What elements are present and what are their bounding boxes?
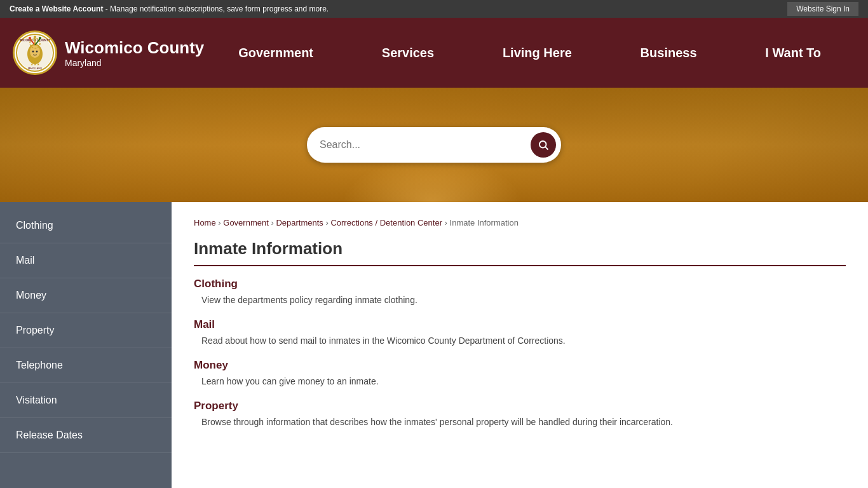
sidebar-item-release-dates[interactable]: Release Dates: [0, 418, 172, 453]
top-bar: Create a Website Account - Manage notifi…: [0, 0, 868, 18]
section-property: Property Browse through information that…: [194, 400, 846, 429]
nav-government[interactable]: Government: [226, 18, 326, 88]
section-mail-desc: Read about how to send mail to inmates i…: [194, 334, 846, 348]
breadcrumb-departments[interactable]: Departments: [276, 218, 323, 227]
svg-point-13: [36, 51, 38, 53]
svg-point-9: [29, 37, 31, 39]
svg-point-16: [539, 141, 546, 148]
section-clothing-desc: View the departments policy regarding in…: [194, 294, 846, 307]
nav-living-here[interactable]: Living Here: [490, 18, 585, 88]
sidebar-item-visitation[interactable]: Visitation: [0, 383, 172, 418]
main-content: Home › Government › Departments › Correc…: [172, 202, 868, 488]
search-button[interactable]: [531, 132, 556, 158]
breadcrumb: Home › Government › Departments › Correc…: [194, 218, 846, 227]
sidebar-item-clothing[interactable]: Clothing: [0, 208, 172, 243]
sidebar-item-mail[interactable]: Mail: [0, 243, 172, 278]
hero-section: [0, 88, 868, 202]
content-wrapper: Clothing Mail Money Property Telephone V…: [0, 202, 868, 488]
breadcrumb-corrections[interactable]: Corrections / Detention Center: [330, 218, 442, 227]
logo-link[interactable]: WICOMICO COUNTY MARYLAND ★ ★ ★: [13, 30, 204, 75]
breadcrumb-home[interactable]: Home: [194, 218, 216, 227]
section-mail: Mail Read about how to send mail to inma…: [194, 318, 846, 348]
svg-text:★ ★ ★: ★ ★ ★: [31, 62, 41, 66]
site-header: WICOMICO COUNTY MARYLAND ★ ★ ★: [0, 18, 868, 88]
section-clothing-link[interactable]: Clothing: [194, 278, 846, 290]
search-input[interactable]: [320, 139, 531, 151]
nav-business[interactable]: Business: [628, 18, 710, 88]
hero-search-bar: [307, 127, 561, 163]
sidebar-item-property[interactable]: Property: [0, 313, 172, 348]
search-icon: [538, 139, 549, 151]
section-money-desc: Learn how you can give money to an inmat…: [194, 375, 846, 388]
section-money: Money Learn how you can give money to an…: [194, 359, 846, 388]
section-property-desc: Browse through information that describe…: [194, 416, 846, 429]
nav-services[interactable]: Services: [369, 18, 447, 88]
section-mail-link[interactable]: Mail: [194, 318, 846, 331]
svg-line-17: [545, 147, 548, 149]
main-navigation: Government Services Living Here Business…: [204, 18, 855, 88]
breadcrumb-current: Inmate Information: [450, 218, 519, 227]
breadcrumb-government[interactable]: Government: [223, 218, 269, 227]
svg-point-11: [39, 37, 41, 39]
create-account-text: Create a Website Account - Manage notifi…: [10, 4, 329, 13]
sign-in-button[interactable]: Website Sign In: [787, 2, 858, 16]
section-money-link[interactable]: Money: [194, 359, 846, 372]
county-name-text: Wicomico County Maryland: [65, 38, 204, 68]
create-account-link[interactable]: Create a Website Account: [10, 4, 103, 13]
sidebar-item-money[interactable]: Money: [0, 278, 172, 313]
section-clothing: Clothing View the departments policy reg…: [194, 278, 846, 307]
sidebar-item-telephone[interactable]: Telephone: [0, 348, 172, 383]
county-seal: WICOMICO COUNTY MARYLAND ★ ★ ★: [13, 30, 57, 75]
page-title: Inmate Information: [194, 239, 846, 266]
section-property-link[interactable]: Property: [194, 400, 846, 412]
sidebar: Clothing Mail Money Property Telephone V…: [0, 202, 172, 488]
svg-text:MARYLAND: MARYLAND: [28, 67, 42, 70]
svg-point-12: [32, 51, 34, 53]
nav-i-want-to[interactable]: I Want To: [752, 18, 834, 88]
